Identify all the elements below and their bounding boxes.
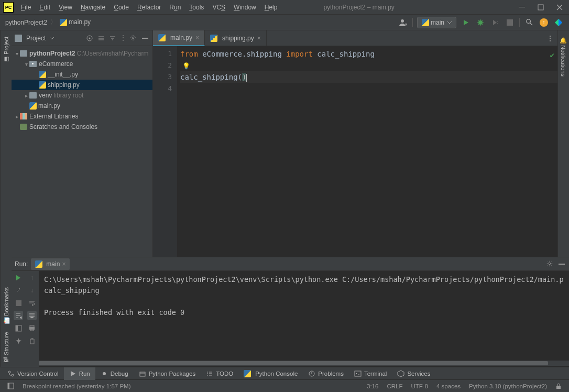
file-encoding[interactable]: UTF-8	[407, 383, 432, 389]
services-tool-button[interactable]: Services	[392, 367, 435, 380]
breadcrumb-file[interactable]: main.py	[58, 18, 93, 26]
debug-tool-button[interactable]: Debug	[95, 367, 134, 380]
up-stack-button[interactable]: ↑	[27, 273, 37, 282]
status-tool-windows-icon[interactable]	[3, 383, 18, 389]
svg-point-7	[89, 37, 91, 39]
run-tab-main[interactable]: main×	[31, 258, 70, 270]
editor-tab-label: main.py	[170, 34, 192, 41]
layout-button[interactable]	[14, 323, 23, 333]
debug-button[interactable]	[475, 17, 486, 28]
menu-vcs[interactable]: VCS	[208, 0, 229, 15]
chevron-down-icon[interactable]	[50, 36, 54, 40]
modify-run-config-button[interactable]	[14, 286, 23, 295]
scroll-to-end-button[interactable]	[14, 311, 23, 320]
run-button[interactable]	[460, 17, 472, 28]
project-tool-tab[interactable]: ◨ Project	[2, 35, 10, 65]
svg-rect-26	[556, 386, 561, 389]
run-config-selector[interactable]: main	[417, 17, 456, 28]
python-icon	[158, 34, 166, 41]
menu-file[interactable]: File	[17, 0, 35, 15]
tree-scratches[interactable]: Scratches and Consoles	[12, 122, 152, 132]
menu-tools[interactable]: Tools	[185, 0, 208, 15]
collapse-all-icon[interactable]	[108, 34, 117, 42]
menu-navigate[interactable]: Navigate	[76, 0, 110, 15]
interpreter[interactable]: Python 3.10 (pythonProject2)	[465, 383, 551, 389]
breadcrumb-file-label: main.py	[69, 18, 91, 26]
run-tab-label: main	[46, 260, 60, 268]
breadcrumb-root[interactable]: pythonProject2	[3, 19, 49, 26]
titlebar: PC File Edit View Navigate Code Refactor…	[0, 0, 569, 15]
pin-tab-button[interactable]	[14, 336, 23, 345]
select-open-file-icon[interactable]	[85, 34, 94, 42]
vcs-tool-button[interactable]: Version Control	[2, 367, 64, 380]
rerun-button[interactable]	[14, 273, 23, 282]
menu-window[interactable]: Window	[229, 0, 260, 15]
menu-help[interactable]: Help	[260, 0, 282, 15]
clear-all-button[interactable]	[27, 336, 37, 345]
python-packages-button[interactable]: Python Packages	[134, 367, 201, 380]
svg-rect-23	[355, 371, 361, 376]
bookmarks-tool-tab[interactable]: 📑 Bookmarks	[3, 287, 9, 324]
project-icon	[15, 35, 22, 42]
console-output[interactable]: C:\Users\mshah\PycharmProjects\pythonPro…	[39, 271, 569, 367]
python-console-button[interactable]: Python Console	[238, 367, 303, 380]
user-icon[interactable]: ▾	[397, 17, 409, 28]
tree-file-shipping[interactable]: shipping.py	[12, 80, 152, 90]
run-label: Run:	[15, 260, 28, 268]
line-separator[interactable]: CRLF	[382, 383, 407, 389]
editor-tab-main[interactable]: main.py×	[153, 30, 205, 46]
hide-panel-icon[interactable]	[141, 34, 149, 42]
code-editor[interactable]: from eCommerce.shipping import calc_ship…	[177, 46, 557, 257]
settings-icon[interactable]	[129, 34, 138, 42]
print-button[interactable]	[27, 323, 37, 333]
structure-tool-tab[interactable]: 🏗 Structure	[3, 332, 9, 363]
updates-icon[interactable]: ↑	[538, 17, 550, 28]
menu-refactor[interactable]: Refactor	[133, 0, 165, 15]
status-lock-icon[interactable]	[551, 383, 566, 389]
close-icon[interactable]: ×	[257, 35, 261, 42]
expand-all-icon[interactable]	[97, 34, 105, 42]
soft-wrap-button[interactable]	[27, 298, 37, 308]
search-everywhere-button[interactable]	[523, 17, 535, 28]
run-config-name: main	[431, 19, 444, 26]
menu-edit[interactable]: Edit	[35, 0, 54, 15]
panel-more-icon[interactable]: ⋮	[120, 34, 126, 42]
menu-code[interactable]: Code	[110, 0, 133, 15]
tree-ext-libs[interactable]: ▸External Libraries	[12, 111, 152, 122]
menu-view[interactable]: View	[54, 0, 76, 15]
terminal-tool-button[interactable]: Terminal	[349, 367, 392, 380]
close-icon[interactable]: ×	[62, 260, 65, 268]
tree-root[interactable]: ▾pythonProject2 C:\Users\mshah\Pycharm	[12, 48, 152, 59]
menu-run[interactable]: Run	[165, 0, 185, 15]
run-tool-button[interactable]: Run	[64, 367, 95, 380]
cursor-position[interactable]: 3:16	[363, 383, 382, 389]
down-stack-button[interactable]: ↓	[27, 286, 37, 295]
inspection-ok-icon[interactable]: ✔	[550, 49, 554, 61]
intention-bulb-icon[interactable]: 💡	[182, 60, 190, 72]
hide-run-panel-icon[interactable]	[557, 260, 566, 268]
minimize-button[interactable]	[512, 0, 531, 15]
stop-run-button[interactable]	[14, 298, 23, 308]
tree-venv[interactable]: ▸venv library root	[12, 90, 152, 101]
ide-toolbox-icon[interactable]	[553, 17, 564, 28]
run-settings-icon[interactable]	[546, 260, 554, 268]
problems-tool-button[interactable]: Problems	[303, 367, 349, 380]
editor-tabs-more[interactable]: ⋮	[545, 34, 555, 42]
editor-tab-shipping[interactable]: shipping.py×	[205, 30, 267, 46]
tree-file-main[interactable]: main.py	[12, 101, 152, 111]
line-gutter[interactable]: 1 2 3 4	[153, 46, 177, 257]
project-tree[interactable]: ▾pythonProject2 C:\Users\mshah\Pycharm ▾…	[12, 46, 152, 257]
stop-button[interactable]	[504, 17, 516, 28]
close-button[interactable]	[550, 0, 569, 15]
tree-file-init[interactable]: __init__.py	[12, 69, 152, 80]
maximize-button[interactable]	[531, 0, 550, 15]
todo-tool-button[interactable]: TODO	[201, 367, 238, 380]
horizontal-scrollbar[interactable]	[39, 361, 569, 366]
svg-rect-25	[8, 383, 9, 389]
indent-config[interactable]: 4 spaces	[432, 383, 465, 389]
tree-pkg-ecommerce[interactable]: ▾eCommerce	[12, 59, 152, 69]
scroll-to-end-toggle[interactable]	[27, 311, 37, 320]
notifications-tool-tab[interactable]: 🔔 Notifications	[559, 35, 568, 79]
close-icon[interactable]: ×	[195, 34, 199, 41]
run-coverage-button[interactable]	[489, 17, 501, 28]
